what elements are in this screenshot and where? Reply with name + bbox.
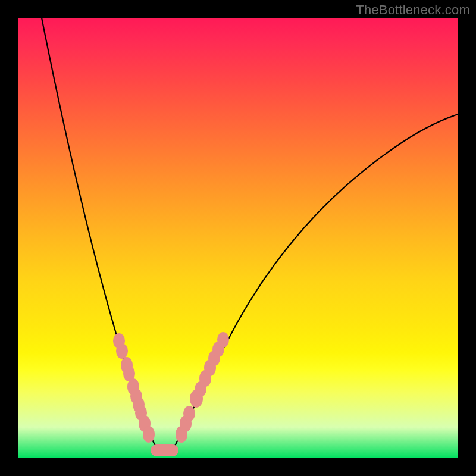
watermark-text: TheBottleneck.com xyxy=(356,2,470,18)
gradient-plot-area xyxy=(18,18,458,458)
